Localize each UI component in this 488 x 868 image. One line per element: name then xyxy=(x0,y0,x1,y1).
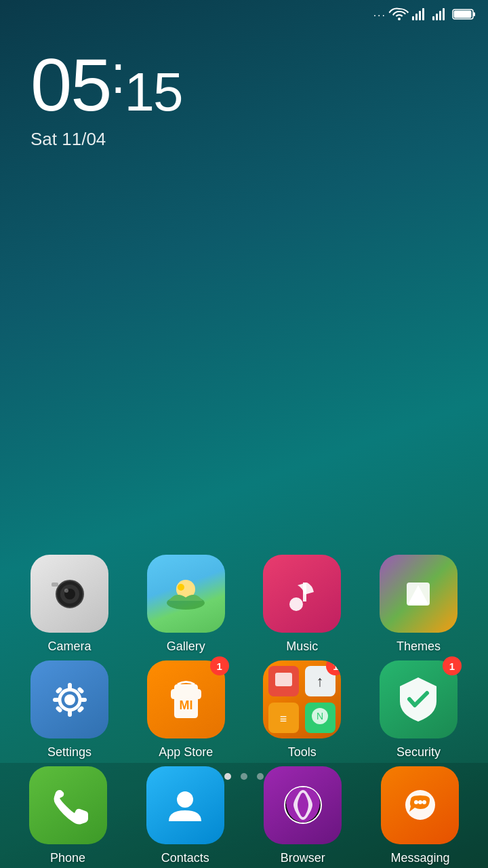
signal-icon2 xyxy=(432,8,447,22)
tools-icon: 1 ↑ ≡ N xyxy=(263,660,341,738)
contacts-icon xyxy=(146,766,224,844)
security-icon: 1 xyxy=(380,660,458,738)
svg-rect-36 xyxy=(275,673,292,686)
svg-text:N: N xyxy=(317,711,323,722)
svg-point-14 xyxy=(64,589,68,593)
music-label: Music xyxy=(286,639,318,654)
svg-rect-26 xyxy=(80,698,87,702)
dock-item-contacts[interactable]: Contacts xyxy=(138,766,232,865)
contacts-label: Contacts xyxy=(161,851,209,865)
dock-item-phone[interactable]: Phone xyxy=(20,766,115,865)
svg-point-18 xyxy=(178,584,184,591)
svg-point-46 xyxy=(414,800,418,804)
svg-point-47 xyxy=(418,800,422,804)
svg-rect-6 xyxy=(439,11,441,20)
app-item-appstore[interactable]: 1 MI App Store xyxy=(137,660,235,760)
music-icon xyxy=(263,555,341,633)
app-row-1: Camera Gallery Mu xyxy=(20,555,468,654)
gallery-icon xyxy=(147,555,225,633)
svg-rect-7 xyxy=(443,8,445,20)
themes-icon xyxy=(380,555,458,633)
svg-rect-2 xyxy=(419,11,421,20)
svg-rect-4 xyxy=(432,16,434,20)
clock-hours: 05 xyxy=(30,43,110,126)
status-bar: ··· xyxy=(361,0,488,31)
app-item-gallery[interactable]: Gallery xyxy=(137,555,235,654)
camera-label: Camera xyxy=(47,639,91,654)
appstore-label: App Store xyxy=(159,745,213,760)
security-label: Security xyxy=(396,745,441,760)
dock-item-browser[interactable]: Browser xyxy=(256,766,350,865)
svg-point-22 xyxy=(64,694,75,705)
dock: Phone Contacts Browser xyxy=(0,763,488,868)
themes-label: Themes xyxy=(396,639,441,654)
messaging-icon xyxy=(381,766,459,844)
settings-label: Settings xyxy=(47,745,92,760)
app-item-tools[interactable]: 1 ↑ ≡ N Tools xyxy=(253,660,351,760)
app-item-camera[interactable]: Camera xyxy=(20,555,119,654)
svg-point-48 xyxy=(422,800,426,804)
battery-icon xyxy=(453,8,476,22)
svg-point-41 xyxy=(177,791,193,808)
app-grid: Camera Gallery Mu xyxy=(0,555,488,760)
svg-rect-25 xyxy=(53,698,60,702)
phone-label: Phone xyxy=(50,851,85,865)
svg-rect-1 xyxy=(415,14,418,20)
clock-date: Sat 11/04 xyxy=(30,129,182,150)
svg-rect-9 xyxy=(454,11,472,18)
settings-icon xyxy=(30,660,108,738)
messaging-label: Messaging xyxy=(390,851,449,865)
app-row-2: Settings 1 MI App Store 1 xyxy=(20,660,468,760)
app-item-themes[interactable]: Themes xyxy=(369,555,468,654)
svg-text:≡: ≡ xyxy=(280,712,287,726)
svg-rect-3 xyxy=(422,8,424,20)
svg-point-19 xyxy=(289,597,303,611)
app-item-security[interactable]: 1 Security xyxy=(369,660,468,760)
app-item-settings[interactable]: Settings xyxy=(20,660,119,760)
appstore-icon: 1 MI xyxy=(147,660,225,738)
wifi-icon xyxy=(392,8,407,22)
phone-icon xyxy=(29,766,107,844)
svg-text:MI: MI xyxy=(179,698,192,712)
browser-label: Browser xyxy=(281,851,325,865)
dock-item-messaging[interactable]: Messaging xyxy=(373,766,468,865)
svg-rect-24 xyxy=(68,710,72,717)
clock-minutes: 15 xyxy=(125,62,182,122)
app-item-music[interactable]: Music xyxy=(253,555,351,654)
clock-time: 05:15 xyxy=(30,47,182,122)
svg-rect-5 xyxy=(436,14,438,20)
tools-label: Tools xyxy=(288,745,317,760)
svg-rect-10 xyxy=(473,12,475,16)
svg-rect-20 xyxy=(303,583,306,601)
camera-icon xyxy=(30,555,108,633)
gallery-label: Gallery xyxy=(167,639,205,654)
dots-icon: ··· xyxy=(373,9,386,22)
appstore-badge: 1 xyxy=(210,656,229,675)
svg-text:↑: ↑ xyxy=(317,673,324,690)
signal-icon xyxy=(412,8,427,22)
clock-area: 05:15 Sat 11/04 xyxy=(30,47,182,150)
security-badge: 1 xyxy=(443,656,462,675)
svg-rect-15 xyxy=(52,583,58,587)
svg-rect-0 xyxy=(412,16,414,20)
svg-rect-23 xyxy=(68,683,72,690)
browser-icon xyxy=(264,766,342,844)
